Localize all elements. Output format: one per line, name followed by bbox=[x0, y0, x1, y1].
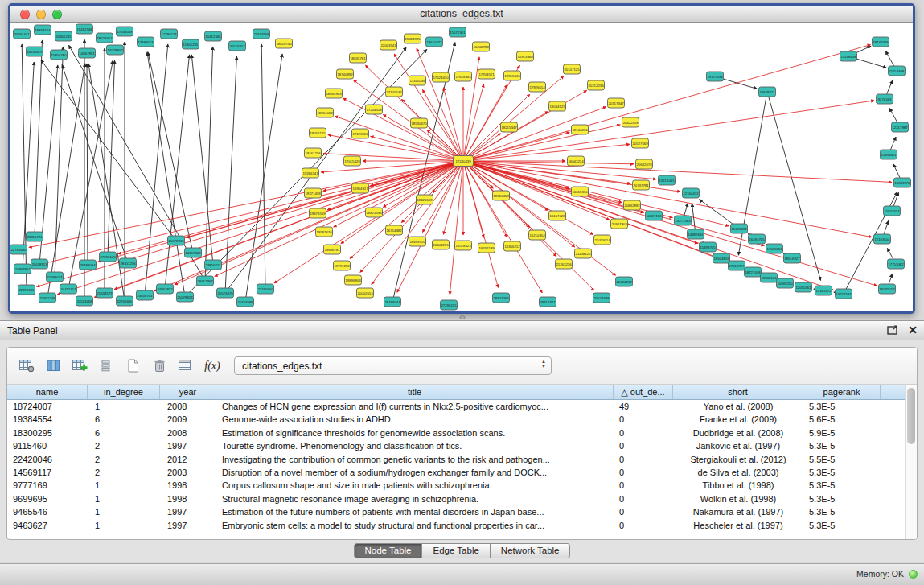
graph-node[interactable]: 19371458 bbox=[305, 188, 322, 198]
graph-node[interactable]: 12290124 bbox=[161, 29, 178, 39]
graph-edge[interactable] bbox=[463, 45, 871, 161]
graph-node[interactable]: 22745680 bbox=[10, 245, 27, 254]
graph-node[interactable]: 17634568 bbox=[117, 27, 133, 36]
table-row[interactable]: 977716911998Corpus callosum shape and si… bbox=[7, 479, 917, 492]
table-cell[interactable]: 14569117 bbox=[7, 466, 88, 479]
graph-node[interactable]: 19727038 bbox=[707, 72, 724, 81]
graph-node[interactable]: 20107125 bbox=[564, 64, 581, 74]
graph-node[interactable]: 25078923 bbox=[177, 292, 194, 302]
graph-node[interactable]: 18610472 bbox=[426, 37, 443, 47]
graph-node[interactable]: 16366212 bbox=[504, 241, 521, 251]
graph-edge[interactable] bbox=[463, 125, 620, 161]
graph-node[interactable]: 20737781 bbox=[633, 180, 650, 190]
graph-node[interactable]: 16604215 bbox=[433, 240, 450, 249]
graph-edge[interactable] bbox=[463, 161, 593, 235]
graph-node[interactable]: 15383694 bbox=[731, 224, 748, 233]
table-cell[interactable]: 1 bbox=[88, 505, 160, 518]
graph-node[interactable]: 20632670 bbox=[636, 159, 653, 169]
table-cell[interactable]: 2 bbox=[88, 439, 160, 452]
graph-node[interactable]: 16494705 bbox=[749, 234, 766, 244]
table-cell[interactable]: 18724007 bbox=[7, 400, 88, 413]
graph-node[interactable]: 20523478 bbox=[217, 288, 234, 298]
graph-node[interactable]: 10823614 bbox=[884, 206, 901, 216]
graph-node[interactable]: 13161472 bbox=[815, 286, 832, 295]
table-cell[interactable]: Tourette syndrome. Phenomenology and cla… bbox=[216, 439, 614, 452]
table-cell[interactable]: Hescheler et al. (1997) bbox=[673, 519, 803, 532]
delete-icon[interactable] bbox=[150, 356, 169, 377]
graph-node[interactable]: 16043214 bbox=[568, 156, 585, 166]
graph-node[interactable]: 22290135 bbox=[18, 285, 35, 295]
graph-node[interactable]: 23856711 bbox=[205, 260, 222, 270]
table-cell[interactable]: Yano et al. (2008) bbox=[673, 400, 803, 413]
table-cell[interactable]: Investigating the contribution of common… bbox=[216, 453, 614, 466]
table-cell[interactable]: 1 bbox=[88, 400, 160, 413]
graph-node[interactable]: 20523468 bbox=[76, 296, 93, 306]
graph-node[interactable]: 20002014 bbox=[357, 288, 374, 298]
graph-node[interactable]: 19581670 bbox=[316, 227, 333, 237]
table-cell[interactable]: 0 bbox=[614, 439, 673, 452]
graph-node[interactable]: 22745600 bbox=[257, 284, 274, 294]
graph-node[interactable]: 28301266 bbox=[493, 293, 510, 303]
table-cell[interactable]: 5.3E-5 bbox=[803, 466, 881, 479]
tab-node-table[interactable]: Node Table bbox=[354, 543, 423, 558]
window-titlebar[interactable]: citations_edges.txt bbox=[10, 6, 913, 23]
graph-node[interactable]: 18727038 bbox=[745, 267, 762, 277]
graph-node[interactable]: 15913360 bbox=[517, 51, 534, 61]
table-cell[interactable]: 5.3E-5 bbox=[803, 505, 881, 518]
column-header-name[interactable]: name bbox=[7, 385, 88, 399]
graph-node[interactable]: 19245012 bbox=[879, 284, 896, 294]
graph-node[interactable]: 24967822 bbox=[185, 248, 202, 257]
graph-node[interactable]: 11301235 bbox=[183, 39, 199, 49]
graph-node[interactable]: 17618345 bbox=[455, 72, 472, 81]
table-cell[interactable]: 5.3E-5 bbox=[803, 519, 881, 532]
graph-edge[interactable] bbox=[397, 161, 463, 292]
column-header-short[interactable]: short bbox=[673, 385, 803, 399]
table-cell[interactable]: Stergiakouli et al. (2012) bbox=[673, 453, 803, 466]
graph-node[interactable]: 18530670 bbox=[411, 118, 428, 128]
show-columns-icon[interactable] bbox=[43, 356, 63, 377]
table-cell[interactable]: de Silva et al. (2003) bbox=[673, 466, 803, 479]
graph-node[interactable]: 17704521 bbox=[478, 69, 495, 79]
graph-node[interactable]: 17123056 bbox=[352, 129, 369, 138]
table-cell[interactable]: Corpus callosum shape and size in male p… bbox=[216, 479, 614, 492]
graph-node[interactable]: 17815630 bbox=[504, 71, 521, 80]
table-row[interactable]: 2242004622012Investigating the contribut… bbox=[7, 453, 917, 466]
graph-node[interactable]: 23856701 bbox=[137, 290, 154, 300]
graph-node[interactable]: 15856780 bbox=[51, 50, 68, 60]
table-cell[interactable]: 22420046 bbox=[7, 453, 88, 466]
import-table-icon[interactable] bbox=[176, 356, 195, 377]
graph-edge[interactable] bbox=[443, 88, 463, 161]
graph-node[interactable]: 25078933 bbox=[168, 236, 185, 245]
graph-node[interactable]: 12217987 bbox=[892, 122, 909, 132]
graph-node[interactable]: 16107428 bbox=[549, 211, 566, 220]
table-cell[interactable]: Tibbo et al. (1998) bbox=[673, 479, 803, 492]
table-scrollbar[interactable] bbox=[905, 385, 917, 539]
table-cell[interactable]: 18300295 bbox=[7, 426, 88, 439]
graph-node[interactable]: 29412377 bbox=[540, 297, 556, 307]
graph-node[interactable]: 14078902 bbox=[107, 45, 124, 55]
table-cell[interactable]: Jankovic et al. (1997) bbox=[673, 439, 803, 452]
graph-node[interactable]: 16055310 bbox=[572, 187, 589, 196]
table-cell[interactable]: Disruption of a novel member of a sodium… bbox=[216, 466, 614, 479]
graph-node[interactable]: 17204318 bbox=[366, 105, 383, 114]
graph-node[interactable]: 16242783 bbox=[473, 42, 490, 51]
graph-node[interactable]: 16821594 bbox=[366, 208, 383, 217]
graph-node[interactable]: 22003541 bbox=[380, 40, 397, 50]
graph-node[interactable]: 16904317 bbox=[352, 183, 369, 193]
table-cell[interactable]: 2009 bbox=[160, 413, 216, 426]
graph-node[interactable]: 19648321 bbox=[759, 87, 776, 97]
graph-node[interactable]: 21634599 bbox=[616, 277, 633, 286]
table-settings-icon[interactable] bbox=[17, 356, 36, 377]
graph-edge[interactable] bbox=[261, 44, 265, 289]
graph-edge[interactable] bbox=[372, 161, 463, 285]
table-row[interactable]: 946554611997Estimation of the future num… bbox=[7, 505, 917, 518]
table-row[interactable]: 969969511998Structural magnetic resonanc… bbox=[7, 492, 917, 505]
table-cell[interactable]: 2 bbox=[88, 466, 160, 479]
graph-node[interactable]: 20523488 bbox=[593, 293, 610, 303]
graph-node[interactable]: 16504816 bbox=[713, 253, 730, 263]
graph-node[interactable]: 11548408 bbox=[840, 51, 857, 61]
table-row[interactable]: 946362711997Embryonic stem cells: a mode… bbox=[7, 519, 917, 532]
table-cell[interactable]: 5.3E-5 bbox=[803, 479, 881, 492]
table-cell[interactable]: Genome-wide association studies in ADHD. bbox=[216, 413, 614, 426]
graph-node[interactable]: 16432189 bbox=[478, 243, 495, 253]
